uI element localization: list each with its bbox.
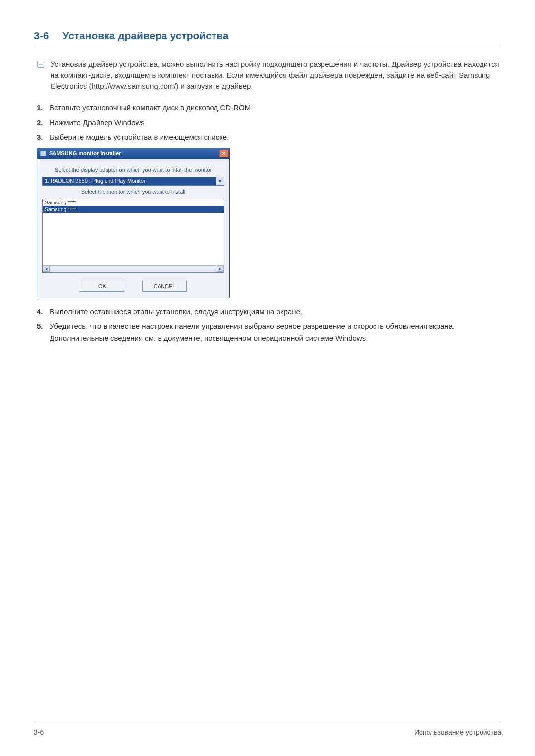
dropdown-arrow-icon[interactable]: ▼ (216, 177, 224, 185)
step-item: 4. Выполните оставшиеся этапы установки,… (37, 306, 501, 317)
steps-list-top: 1. Вставьте установочный компакт-диск в … (37, 102, 501, 143)
list-item[interactable]: Samsung **** (43, 206, 224, 213)
step-number: 3. (37, 131, 46, 143)
step-number: 5. (37, 320, 46, 344)
titlebar: SAMSUNG monitor installer × (37, 148, 229, 159)
list-item[interactable]: Samsung **** (43, 199, 224, 206)
horizontal-scrollbar[interactable]: ◄ ► (43, 265, 224, 272)
step-number: 4. (37, 306, 46, 317)
step-text: Вставьте установочный компакт-диск в дис… (50, 102, 501, 113)
footer-left: 3-6 (34, 728, 44, 736)
ok-button[interactable]: OK (80, 281, 124, 292)
close-button[interactable]: × (219, 150, 228, 157)
installer-dialog: SAMSUNG monitor installer × Select the d… (37, 148, 230, 298)
section-number: 3-6 (34, 30, 49, 42)
scroll-right-icon[interactable]: ► (217, 266, 224, 272)
steps-list-bottom: 4. Выполните оставшиеся этапы установки,… (37, 306, 501, 344)
app-icon (40, 151, 46, 156)
monitor-listbox[interactable]: Samsung **** Samsung **** ◄ ► (42, 199, 224, 273)
step-text: Выполните оставшиеся этапы установки, сл… (50, 306, 501, 317)
step-number: 2. (37, 117, 46, 128)
scroll-left-icon[interactable]: ◄ (43, 266, 50, 272)
titlebar-title: SAMSUNG monitor installer (49, 151, 121, 156)
step-number: 1. (37, 102, 46, 113)
section-header: 3-6 Установка драйвера устройства (34, 30, 501, 45)
cancel-button[interactable]: CANCEL (142, 281, 187, 292)
adapter-selected: 1. RADEON 9550 : Plug and Play Monitor (43, 177, 216, 185)
step-text: Нажмите Драйвер Windows (50, 117, 501, 128)
info-icon (37, 60, 45, 68)
info-note: Установив драйвер устройства, можно выпо… (37, 59, 501, 91)
step-item: 2. Нажмите Драйвер Windows (37, 117, 501, 128)
step-item: 5. Убедитесь, что в качестве настроек па… (37, 320, 501, 344)
monitor-label: Select the monitor which you want to ins… (42, 189, 224, 195)
step-item: 3. Выберите модель устройства в имеющемс… (37, 131, 501, 143)
adapter-label: Select the display adapter on which you … (42, 167, 224, 173)
step-item: 1. Вставьте установочный компакт-диск в … (37, 102, 501, 113)
section-title: Установка драйвера устройства (62, 30, 228, 42)
step-text: Убедитесь, что в качестве настроек панел… (50, 320, 501, 344)
info-note-text: Установив драйвер устройства, можно выпо… (51, 59, 501, 91)
adapter-combobox[interactable]: 1. RADEON 9550 : Plug and Play Monitor ▼ (42, 177, 224, 186)
footer-right: Использование устройства (414, 728, 501, 736)
step-text: Выберите модель устройства в имеющемся с… (50, 131, 501, 143)
page-footer: 3-6 Использование устройства (34, 724, 501, 736)
